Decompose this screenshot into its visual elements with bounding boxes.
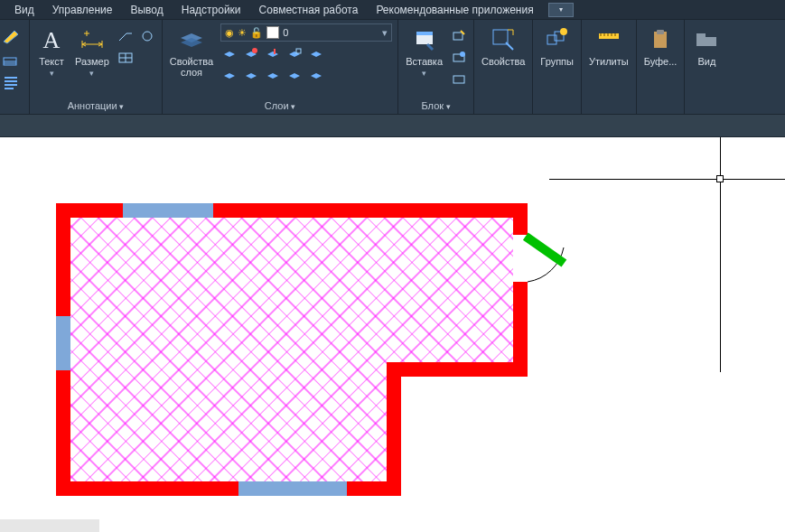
layer-tool-icon[interactable] [264, 67, 282, 85]
svg-rect-7 [416, 32, 433, 35]
view-icon [692, 25, 721, 54]
block-small-tools [450, 23, 468, 89]
annotations-group-title[interactable]: Аннотации [68, 100, 125, 111]
dimension-icon [78, 25, 107, 54]
ribbon-group-layers: Свойства слоя ◉ ☀ 🔓 0 ▾ [163, 20, 398, 114]
annotation-small-tools [117, 23, 156, 67]
layer-tool-icon[interactable] [307, 67, 325, 85]
app-chrome: Вид Управление Вывод Надстройки Совместн… [0, 0, 785, 137]
svg-rect-27 [238, 481, 347, 496]
layer-tool-icon[interactable] [220, 67, 238, 85]
layer-tool-icon[interactable] [285, 45, 304, 63]
table-icon[interactable] [117, 49, 135, 67]
utilities-button[interactable]: Утилиты [587, 23, 631, 69]
menu-item-view[interactable]: Вид [5, 1, 43, 19]
svg-rect-28 [513, 235, 528, 282]
layer-properties-button[interactable]: Свойства слоя [168, 23, 215, 79]
ribbon-group-groups: Группы [533, 20, 582, 114]
svg-point-2 [143, 32, 152, 41]
ribbon-group-draw [0, 20, 30, 114]
groups-icon [543, 25, 572, 54]
layer-name: 0 [283, 27, 378, 38]
groups-button[interactable]: Группы [538, 23, 575, 69]
layer-tools-row1 [220, 45, 392, 63]
menu-item-output[interactable]: Вывод [121, 1, 172, 19]
svg-rect-12 [493, 30, 508, 44]
layer-properties-icon [177, 25, 206, 54]
svg-point-4 [252, 48, 257, 53]
text-button[interactable]: A Текст ▾ [35, 23, 68, 79]
svg-point-10 [460, 51, 465, 57]
svg-rect-29 [523, 233, 566, 267]
layer-tool-icon[interactable] [307, 45, 325, 63]
menu-bar: Вид Управление Вывод Надстройки Совместн… [0, 0, 785, 20]
ribbon: A Текст ▾ Размер ▾ Анно [0, 20, 785, 114]
svg-text:A: A [43, 27, 61, 53]
insert-icon [410, 25, 439, 54]
svg-rect-5 [296, 49, 301, 53]
draw-tool-hatch-icon[interactable] [2, 51, 20, 69]
crosshair-pickbox [716, 175, 724, 182]
utilities-icon [594, 25, 623, 54]
document-tab-bar [0, 114, 785, 137]
block-group-title[interactable]: Блок [422, 100, 451, 111]
crosshair-horizontal [549, 179, 785, 180]
svg-rect-11 [453, 76, 464, 83]
block-edit-icon[interactable] [450, 27, 468, 45]
drawing-canvas[interactable] [0, 137, 785, 532]
layer-tools-row2 [220, 67, 392, 85]
ribbon-group-properties: Свойства [474, 20, 533, 114]
properties-icon [489, 25, 518, 54]
leader-icon[interactable] [117, 27, 135, 45]
ribbon-group-utilities: Утилиты [582, 20, 637, 114]
layer-bulb-on-icon: ◉ [225, 27, 234, 39]
ribbon-group-annotations: A Текст ▾ Размер ▾ Анно [30, 20, 163, 114]
draw-tool-justify-icon[interactable] [2, 74, 20, 92]
text-icon: A [37, 25, 66, 54]
clipboard-button[interactable]: Буфе... [642, 23, 679, 69]
dimension-button[interactable]: Размер ▾ [73, 23, 111, 79]
insert-button[interactable]: Вставка ▾ [404, 23, 444, 79]
layer-selector[interactable]: ◉ ☀ 🔓 0 ▾ [220, 23, 392, 42]
layer-tool-icon[interactable] [264, 45, 282, 63]
clipboard-icon [646, 25, 675, 54]
menu-item-collaborate[interactable]: Совместная работа [250, 1, 368, 19]
svg-rect-16 [599, 33, 619, 39]
svg-rect-18 [657, 30, 664, 34]
cloud-icon[interactable] [138, 27, 156, 45]
crosshair-vertical [720, 137, 721, 372]
layer-tool-icon[interactable] [242, 45, 260, 63]
drawing-content [0, 137, 785, 532]
layer-color-swatch [266, 26, 279, 39]
menu-item-recommended[interactable]: Рекомендованные приложения [367, 1, 542, 19]
layer-lock-icon: 🔓 [250, 27, 263, 39]
layer-tool-icon[interactable] [220, 45, 238, 63]
layer-tool-icon[interactable] [285, 67, 304, 85]
block-attr-icon[interactable] [450, 49, 468, 67]
status-corner [0, 519, 99, 532]
layer-sun-icon: ☀ [238, 27, 247, 39]
draw-tool-highlight-icon[interactable] [2, 27, 20, 45]
properties-button[interactable]: Свойства [480, 23, 527, 69]
svg-rect-25 [123, 203, 213, 218]
ribbon-group-clipboard: Буфе... [637, 20, 686, 114]
menu-item-addins[interactable]: Надстройки [173, 1, 250, 19]
menu-extra-dropdown[interactable] [548, 3, 574, 17]
layer-tool-icon[interactable] [242, 67, 260, 85]
layers-group-title[interactable]: Слои [265, 100, 295, 111]
svg-rect-8 [453, 33, 463, 40]
svg-rect-26 [56, 316, 70, 370]
svg-point-15 [560, 28, 567, 35]
ribbon-group-view: Вид [685, 20, 728, 114]
view-button[interactable]: Вид [690, 23, 723, 69]
block-create-icon[interactable] [450, 70, 468, 89]
ribbon-group-block: Вставка ▾ Блок [398, 20, 474, 114]
menu-item-manage[interactable]: Управление [43, 1, 122, 19]
